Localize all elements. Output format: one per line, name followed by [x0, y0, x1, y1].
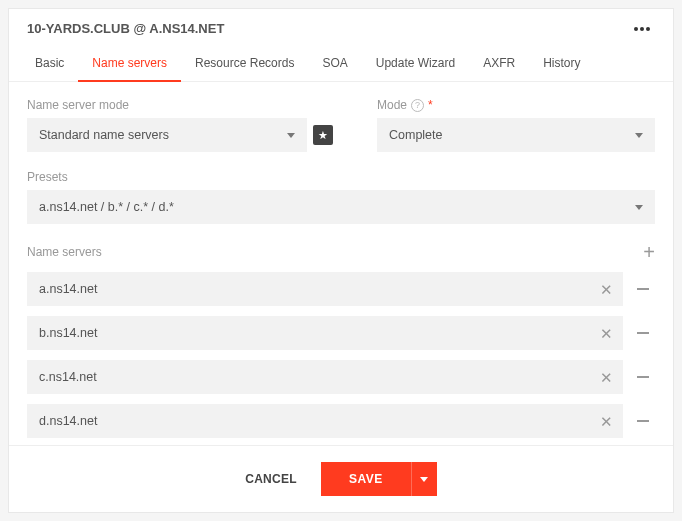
required-indicator: * [428, 98, 433, 112]
save-button[interactable]: SAVE [321, 462, 411, 496]
name-server-mode-select[interactable]: Standard name servers [27, 118, 307, 152]
name-server-mode-label: Name server mode [27, 98, 333, 112]
chevron-down-icon [635, 205, 643, 210]
cancel-button[interactable]: CANCEL [245, 472, 297, 486]
help-icon[interactable]: ? [411, 99, 424, 112]
tab-bar: Basic Name servers Resource Records SOA … [9, 46, 673, 82]
main-panel: 10-YARDS.CLUB @ A.NS14.NET Basic Name se… [8, 8, 674, 513]
name-server-input[interactable] [39, 370, 600, 384]
tab-axfr[interactable]: AXFR [469, 46, 529, 82]
chevron-down-icon [287, 133, 295, 138]
mode-label-text: Mode [377, 98, 407, 112]
remove-name-server-button[interactable] [637, 288, 649, 290]
name-server-row: ✕ [27, 360, 655, 394]
clear-icon[interactable]: ✕ [600, 326, 613, 341]
save-dropdown-button[interactable] [411, 462, 437, 496]
mode-label: Mode ? * [377, 98, 655, 112]
tab-resource-records[interactable]: Resource Records [181, 46, 308, 82]
name-server-input[interactable] [39, 326, 600, 340]
mode-select[interactable]: Complete [377, 118, 655, 152]
tab-soa[interactable]: SOA [308, 46, 361, 82]
presets-select[interactable]: a.ns14.net / b.* / c.* / d.* [27, 190, 655, 224]
add-name-server-button[interactable]: + [643, 242, 655, 262]
name-server-row: ✕ [27, 272, 655, 306]
chevron-down-icon [635, 133, 643, 138]
name-servers-label: Name servers [27, 245, 102, 259]
name-server-mode-value: Standard name servers [39, 128, 169, 142]
name-server-row: ✕ [27, 404, 655, 438]
clear-icon[interactable]: ✕ [600, 282, 613, 297]
page-title: 10-YARDS.CLUB @ A.NS14.NET [27, 21, 224, 36]
tab-basic[interactable]: Basic [27, 46, 78, 82]
favorite-button[interactable]: ★ [313, 125, 333, 145]
chevron-down-icon [420, 477, 428, 482]
name-server-row: ✕ [27, 316, 655, 350]
presets-label: Presets [27, 170, 655, 184]
remove-name-server-button[interactable] [637, 420, 649, 422]
remove-name-server-button[interactable] [637, 332, 649, 334]
mode-value: Complete [389, 128, 443, 142]
more-options-button[interactable] [629, 22, 655, 35]
tab-history[interactable]: History [529, 46, 594, 82]
tab-update-wizard[interactable]: Update Wizard [362, 46, 469, 82]
panel-header: 10-YARDS.CLUB @ A.NS14.NET [9, 9, 673, 46]
name-server-input[interactable] [39, 282, 600, 296]
remove-name-server-button[interactable] [637, 376, 649, 378]
star-icon: ★ [318, 130, 328, 141]
footer: CANCEL SAVE [9, 445, 673, 512]
clear-icon[interactable]: ✕ [600, 414, 613, 429]
tab-name-servers[interactable]: Name servers [78, 46, 181, 82]
presets-value: a.ns14.net / b.* / c.* / d.* [39, 200, 174, 214]
content-area: Name server mode Standard name servers ★… [9, 82, 673, 445]
clear-icon[interactable]: ✕ [600, 370, 613, 385]
name-server-input[interactable] [39, 414, 600, 428]
